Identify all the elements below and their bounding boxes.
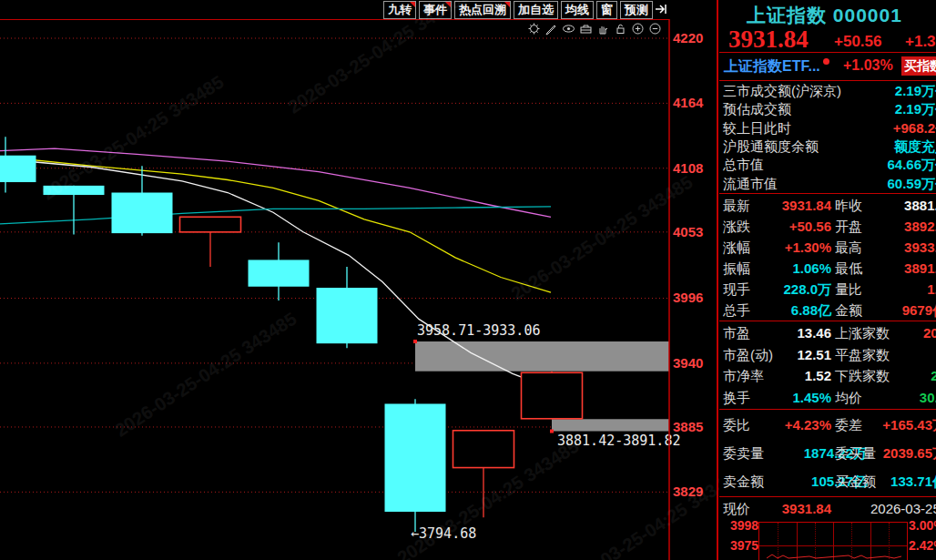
intraday-mini-chart[interactable] — [758, 522, 908, 560]
separator — [719, 496, 936, 497]
panel-row: 沪股通额度余额额度充足 — [719, 137, 936, 156]
field-label: 最低 — [835, 260, 862, 278]
field-value: 30.7 — [920, 389, 936, 407]
pen-icon[interactable] — [544, 22, 558, 36]
toolbar-button[interactable]: 事件 — [419, 1, 452, 19]
gear-icon[interactable] — [527, 22, 541, 36]
mini-price-line — [759, 523, 907, 560]
field-value: +1.30% — [785, 239, 831, 257]
field-label: 总手 — [723, 301, 750, 320]
field-value: 133.71亿 — [890, 473, 936, 491]
field-value: +4.23% — [785, 416, 831, 434]
panel-row: 委比+4.23%委差+165.43万 — [719, 416, 936, 434]
y-axis-tick-label: 4053 — [673, 224, 703, 239]
hand-icon[interactable] — [596, 22, 610, 36]
field-label: 市盈(动) — [723, 346, 773, 364]
field-label: 换手 — [723, 389, 750, 407]
zoom-in-icon[interactable] — [631, 22, 645, 36]
field-value: 64.66万亿 — [887, 156, 936, 174]
ma-cyan — [0, 207, 551, 224]
field-label: 涨跌 — [723, 218, 750, 236]
field-value: 3891.8 — [904, 260, 936, 278]
panel-row: 现手228.0万量比1.0 — [719, 280, 936, 299]
zoom-out-icon[interactable] — [648, 22, 662, 36]
y-axis-tick-label: 3996 — [673, 290, 703, 305]
field-label: 沪股通额度余额 — [723, 137, 819, 156]
field-label: 流通市值 — [723, 175, 778, 193]
buy-index-button[interactable]: 买指数 — [901, 56, 936, 76]
separator — [719, 193, 936, 194]
field-label: 涨幅 — [723, 239, 750, 257]
field-value: 2039.65万 — [883, 444, 936, 463]
panel-row: 市盈13.46上涨家数207 — [719, 324, 936, 342]
candle-down — [317, 288, 378, 343]
field-label: 均价 — [835, 389, 862, 407]
panel-row: 三市成交额(沪深京)2.19万亿 — [719, 82, 936, 100]
field-value: 6.88亿 — [791, 301, 831, 320]
field-value: 9679亿 — [902, 301, 936, 320]
etf-row: 上证指数ETF... +1.03% 买指数 — [719, 53, 936, 80]
candle-up — [453, 431, 514, 468]
separator — [719, 52, 936, 53]
toolbar-button[interactable]: 预测 — [620, 1, 653, 19]
field-value: 额度充足 — [894, 137, 936, 156]
order-book-section: 委比+4.23%委差+165.43万委卖量1874.22万委买量2039.65万… — [719, 411, 936, 496]
field-label: 较上日此时 — [723, 119, 791, 137]
y-axis-tick-label: 4220 — [673, 30, 703, 46]
chart-tool-icons — [527, 22, 662, 36]
panel-row: 总市值64.66万亿 — [719, 156, 936, 174]
y-axis-tick-label: 4108 — [673, 160, 703, 176]
mini-axis-label: 3975 — [730, 538, 758, 553]
last-price: 3931.84 — [728, 25, 809, 54]
field-value: 3881.2 — [904, 197, 936, 215]
field-label: 委卖量 — [723, 444, 764, 463]
candle-up — [522, 372, 583, 419]
panel-row: 较上日此时+968.2亿 — [719, 119, 936, 137]
candle-down — [249, 260, 310, 286]
panel-row: 委卖量1874.22万委买量2039.65万 — [719, 444, 936, 463]
lock-icon[interactable] — [614, 22, 627, 36]
field-value: 3931.84 — [782, 197, 831, 215]
toolbar-button[interactable]: 均线 — [561, 1, 594, 19]
toolbar-button[interactable]: 热点回溯 — [454, 1, 511, 19]
zone-anchor-dot — [413, 340, 417, 343]
field-value: +50.56 — [789, 218, 831, 236]
candle-up — [180, 217, 241, 232]
zone-range-label: 3958.71-3933.06 — [417, 322, 540, 339]
field-value: 60.59万亿 — [887, 175, 936, 193]
toolbar-button[interactable]: 加自选 — [514, 1, 558, 19]
field-label: 昨收 — [835, 197, 862, 215]
price-zone — [552, 419, 669, 431]
panel-row: 涨跌+50.56开盘3892.2 — [719, 218, 936, 236]
quote-panel: 上证指数 000001 3931.84 +50.56 +1.30% 上证指数ET… — [719, 0, 936, 560]
chart-toolbar: 九转事件热点回溯加自选均线窗预测 — [0, 1, 653, 19]
field-value: 207 — [923, 324, 936, 342]
field-label: 委比 — [723, 416, 750, 434]
ma-magenta — [0, 148, 551, 217]
field-label: 预估成交额 — [723, 100, 791, 118]
field-value: +968.2亿 — [893, 119, 936, 137]
etf-link[interactable]: 上证指数ETF... — [724, 57, 820, 76]
field-value: 12.51 — [797, 346, 831, 364]
field-value: 1.0 — [927, 280, 936, 299]
field-label: 上涨家数 — [835, 324, 890, 342]
field-label: 买金额 — [835, 473, 876, 491]
y-axis-tick-label: 4164 — [673, 95, 704, 110]
field-value: 1.45% — [792, 389, 831, 407]
toolbox-icon[interactable] — [579, 22, 593, 36]
panel-row: 市盈(动)12.51平盘家数3 — [719, 346, 936, 364]
mini-axis-label: 2.42% — [909, 538, 936, 553]
field-value: 24 — [931, 367, 936, 385]
candle-down — [385, 403, 446, 512]
etf-change-pct: +1.03% — [843, 57, 893, 74]
eye-icon[interactable] — [562, 22, 575, 36]
field-label: 平盘家数 — [835, 346, 890, 364]
panel-row: 流通市值60.59万亿 — [719, 175, 936, 193]
chart-top-border — [0, 19, 669, 20]
toolbar-button[interactable]: 九转 — [383, 1, 416, 19]
field-label: 市盈 — [723, 324, 750, 342]
kline-chart[interactable]: 422041644108405339963940388538293958.71-… — [0, 0, 719, 560]
collapse-arrow-icon[interactable] — [655, 3, 667, 19]
panel-row: 换手1.45%均价30.7 — [719, 389, 936, 407]
toolbar-button[interactable]: 窗 — [596, 1, 617, 19]
